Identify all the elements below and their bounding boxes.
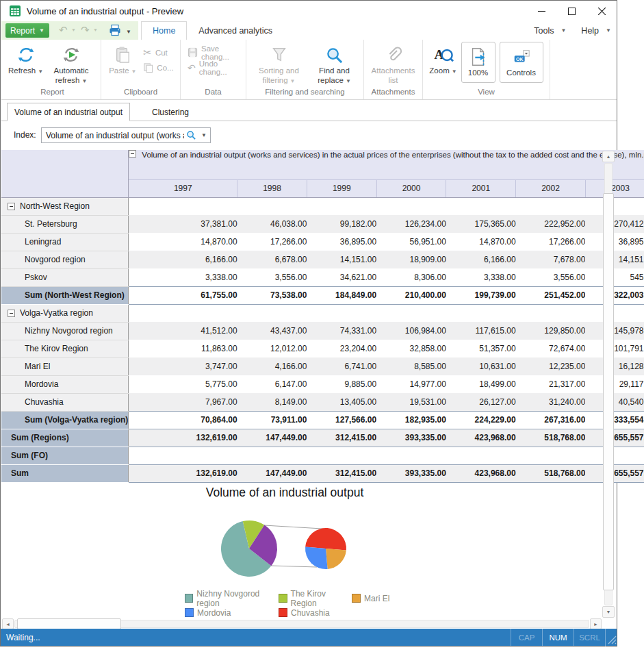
ribbon-zoom-button[interactable]: AZoom▼ <box>428 41 459 76</box>
ribbon-group-attachments: Attachments listAttachments <box>364 40 423 99</box>
table-row-pskov[interactable]: Pskov3,338.003,556.0034,621.008,306.003,… <box>1 268 644 286</box>
table-row-sum[interactable]: Sum132,619.00147,449.00312,415.00393,335… <box>1 464 644 482</box>
title-bar: Volume of an industrial output - Preview <box>1 1 617 21</box>
redo-chevron-icon[interactable]: ▼ <box>93 27 98 32</box>
ribbon-cut-button[interactable]: ✂Cut <box>143 47 173 59</box>
value-cell: 7,967.00 <box>129 393 237 411</box>
table-row-leningrad[interactable]: Leningrad14,870.0017,266.0036,895.0056,9… <box>1 233 644 251</box>
collapse-icon[interactable] <box>129 150 136 158</box>
tools-menu[interactable]: Tools▼ <box>534 26 566 36</box>
legend-swatch <box>352 594 361 603</box>
redo-icon[interactable]: ↷ <box>81 24 90 36</box>
table-row-novgorod-region[interactable]: Novgorod region6,166.006,678.0014,151.00… <box>1 251 644 268</box>
doctab-clustering[interactable]: Clustering <box>130 103 211 121</box>
value-cell: 70,864.00 <box>129 411 237 429</box>
ribbon-automatic-refresh-button[interactable]: Automatic refresh▼ <box>44 41 98 86</box>
value-cell <box>307 304 376 322</box>
collapse-icon[interactable] <box>8 203 15 210</box>
ribbon-paste-button[interactable]: Paste▼ <box>106 41 139 76</box>
ribbon-group-label: Report <box>4 88 101 99</box>
row-label: Pskov <box>1 273 47 282</box>
value-cell: 36,895.00 <box>307 233 376 251</box>
value-cell: 423,968.00 <box>446 464 516 482</box>
print-icon[interactable] <box>108 23 122 40</box>
table-row-sum-regions-[interactable]: Sum (Regions)132,619.00147,449.00312,415… <box>1 429 644 447</box>
minimize-button[interactable] <box>526 1 556 21</box>
table-row-nizhny-novgorod-region[interactable]: Nizhny Novgorod region41,512.0043,437.00… <box>1 322 644 340</box>
row-label: Mordovia <box>1 379 58 389</box>
help-menu[interactable]: Help▼ <box>581 26 611 36</box>
ribbon-sorting-filtering-button[interactable]: Sorting and filtering▼ <box>250 41 309 86</box>
value-cell: 199,739.00 <box>446 286 516 304</box>
ribbon-attachments-list-button[interactable]: Attachments list <box>367 41 420 86</box>
ribbon-item-label: Save chang... <box>201 45 242 61</box>
undo-chevron-icon[interactable]: ▼ <box>71 27 76 32</box>
ribbon-undo-changes-button[interactable]: ↶Undo chang... <box>188 62 242 74</box>
table-row-st-petersburg[interactable]: St. Petersburg37,381.0046,038.0099,182.0… <box>1 215 644 233</box>
ribbon-refresh-button[interactable]: Refresh▼ <box>7 41 44 76</box>
status-text: Waiting... <box>6 633 40 642</box>
chevron-down-icon[interactable]: ▼ <box>198 132 210 138</box>
value-cell: 312,415.00 <box>307 464 376 482</box>
table-row-the-kirov-region[interactable]: The Kirov Region11,863.0012,012.0023,204… <box>1 340 644 357</box>
value-cell <box>376 197 446 215</box>
chevron-down-icon: ▼ <box>81 78 87 84</box>
value-cell: 312,415.00 <box>307 429 376 447</box>
table-row-sum-north-west-region-[interactable]: Sum (North-West Region)61,755.0073,538.0… <box>1 286 644 304</box>
vertical-scroll-thumb[interactable] <box>603 193 614 590</box>
value-cell <box>129 447 237 464</box>
value-cell <box>307 197 376 215</box>
tab-advanced-analytics[interactable]: Advanced analytics <box>187 21 284 40</box>
ribbon-copy-button[interactable]: Co... <box>143 62 173 74</box>
scroll-down-button[interactable]: ▼ <box>602 606 615 618</box>
year-column-header: 2001 <box>446 179 516 197</box>
value-cell <box>516 447 586 464</box>
status-indicator-cap: CAP <box>511 629 542 646</box>
close-button[interactable] <box>587 1 617 21</box>
search-icon[interactable] <box>184 130 198 140</box>
value-cell: 393,335.00 <box>376 429 446 447</box>
scroll-up-button[interactable]: ▲ <box>602 151 615 162</box>
maximize-button[interactable] <box>556 1 587 21</box>
print-chevron-icon[interactable]: ▼ <box>126 29 131 35</box>
doctab-volume-of-industrial-output[interactable]: Volume of an industrial output <box>7 103 130 121</box>
vertical-scrollbar: ▲ ▼ <box>601 151 616 618</box>
undo-icon: ↶ <box>188 62 196 73</box>
automatic-refresh-icon <box>62 43 81 66</box>
ribbon-find-replace-button[interactable]: Find and replace▼ <box>309 41 361 86</box>
value-cell <box>376 304 446 322</box>
ribbon-group-label: Filtering and searching <box>246 88 363 99</box>
scroll-left-button[interactable]: ◄ <box>2 618 14 629</box>
table-row-north-west-region[interactable]: North-West Region <box>1 197 644 215</box>
resize-grip[interactable] <box>605 627 617 647</box>
chevron-down-icon: ▼ <box>346 78 351 84</box>
table-row-chuvashia[interactable]: Chuvashia7,967.008,149.0013,405.0019,531… <box>1 393 644 411</box>
value-cell: 126,234.00 <box>376 215 446 233</box>
table-row-volga-vyatka-region[interactable]: Volga-Vyatka region <box>1 304 644 322</box>
index-combobox[interactable]: Volume of an industrial output (works an… <box>41 127 211 143</box>
report-menu-button[interactable]: Report▼ <box>5 23 49 38</box>
undo-icon[interactable]: ↶ <box>59 24 68 36</box>
value-cell: 423,968.00 <box>446 429 516 447</box>
table-row-sum-fo-[interactable]: Sum (FO) <box>1 447 644 464</box>
value-cell: 6,678.00 <box>237 251 307 268</box>
legend-item-nizhny-novgorod-region: Nizhny Novgorod region <box>185 589 279 608</box>
secondary-pie-slice-mordovia <box>305 547 328 569</box>
value-cell: 222,952.00 <box>516 215 586 233</box>
tab-home[interactable]: Home <box>141 21 187 40</box>
value-cell <box>237 197 307 215</box>
ribbon-save-changes-button[interactable]: Save chang... <box>188 47 242 59</box>
collapse-icon[interactable] <box>8 310 15 317</box>
table-row-mari-el[interactable]: Mari El3,747.004,166.006,741.008,585.001… <box>1 357 644 375</box>
ribbon-group-clipboard: Paste▼✂CutCo...Clipboard <box>101 40 181 99</box>
scroll-right-button[interactable]: ► <box>590 618 602 629</box>
value-cell: 13,405.00 <box>307 393 376 411</box>
value-cell <box>237 447 307 464</box>
horizontal-scroll-thumb[interactable] <box>17 618 121 629</box>
table-row-sum-volga-vyatka-region-[interactable]: Sum (Volga-Vyatka region)70,864.0073,911… <box>1 411 644 429</box>
row-label: Volga-Vyatka region <box>15 308 93 318</box>
ribbon-controls-button[interactable]: OKControls <box>500 42 543 83</box>
ribbon-item-label: Cut <box>155 49 168 57</box>
table-row-mordovia[interactable]: Mordovia5,775.006,147.009,885.0014,977.0… <box>1 375 644 393</box>
ribbon-zoom-100-button[interactable]: 100% <box>461 42 495 83</box>
